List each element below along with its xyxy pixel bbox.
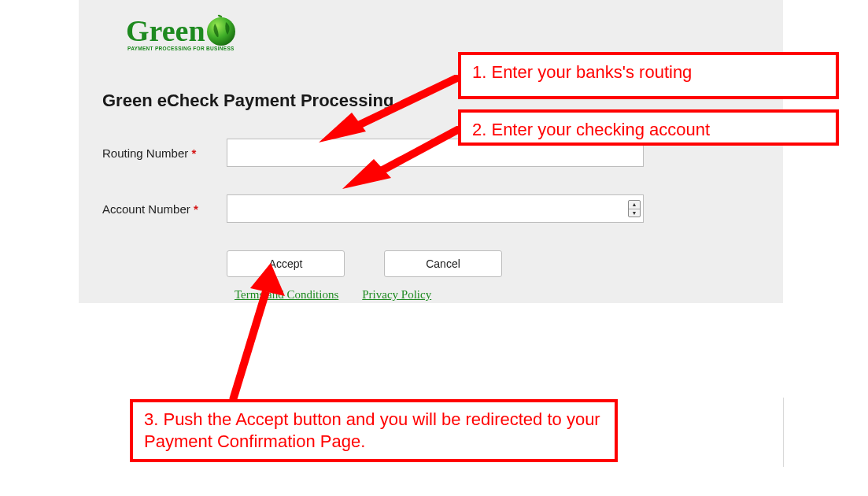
svg-marker-4 <box>342 159 391 189</box>
vertical-divider <box>783 398 784 467</box>
annotation-callout-3: 3. Push the Accept button and you will b… <box>130 399 618 462</box>
routing-label-text: Routing Number <box>102 146 188 160</box>
annotation-callout-2: 2. Enter your checking account <box>458 109 839 146</box>
account-row: Account Number * ▲ ▼ <box>102 194 759 223</box>
routing-label: Routing Number * <box>102 146 227 160</box>
svg-line-5 <box>233 291 266 400</box>
required-asterisk: * <box>194 202 198 216</box>
cancel-button[interactable]: Cancel <box>384 250 502 277</box>
required-asterisk: * <box>191 146 196 160</box>
account-input-wrap: ▲ ▼ <box>227 194 644 223</box>
svg-marker-6 <box>250 263 285 296</box>
annotation-arrow-3-icon <box>219 260 329 405</box>
account-input[interactable] <box>227 194 644 223</box>
svg-line-1 <box>349 77 459 130</box>
brand-name: Green <box>126 16 205 46</box>
spinner-down-button[interactable]: ▼ <box>629 209 640 217</box>
brand-tagline: PAYMENT PROCESSING FOR BUSINESS <box>127 46 759 51</box>
account-label: Account Number * <box>102 202 227 216</box>
svg-point-0 <box>207 17 235 46</box>
annotation-callout-1: 1. Enter your banks's routing <box>458 52 839 99</box>
account-label-text: Account Number <box>102 202 190 216</box>
spinner-up-button[interactable]: ▲ <box>629 201 640 209</box>
privacy-link[interactable]: Privacy Policy <box>362 288 431 302</box>
number-spinner: ▲ ▼ <box>628 200 641 217</box>
svg-line-3 <box>374 128 460 175</box>
annotation-arrow-2-icon <box>334 126 472 197</box>
globe-icon <box>204 13 238 47</box>
